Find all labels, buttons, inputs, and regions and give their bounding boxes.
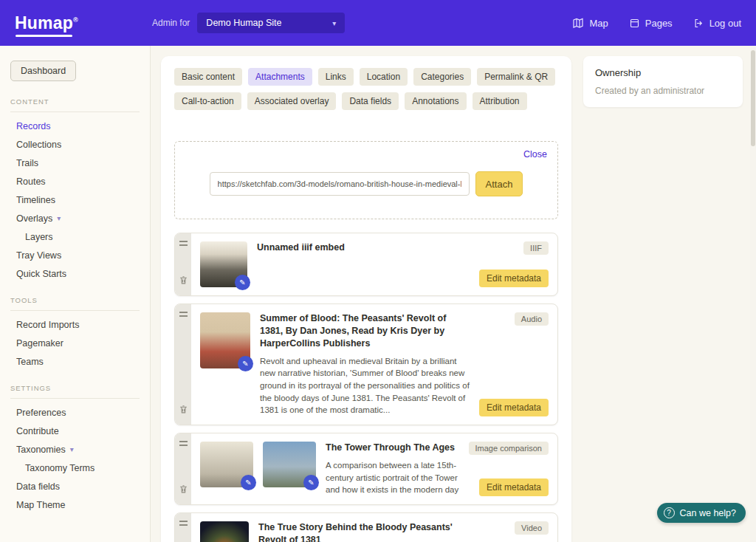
card-rail bbox=[175, 433, 191, 504]
scrollbar-track bbox=[750, 46, 756, 542]
chevron-down-icon: ▾ bbox=[57, 214, 61, 222]
sidebar-item-tray-views[interactable]: Tray Views bbox=[0, 246, 150, 264]
card-actions: Video Edit metadata bbox=[479, 521, 549, 542]
attachment-card: ✎ Unnamed iiif embed IIIF Edit metadata bbox=[174, 233, 558, 296]
nav-logout[interactable]: Log out bbox=[693, 18, 741, 29]
sidebar-item-map-theme[interactable]: Map Theme bbox=[0, 495, 150, 514]
sidebar-item-taxonomy-terms[interactable]: Taxonomy Terms bbox=[0, 459, 150, 477]
attach-button[interactable]: Attach bbox=[475, 171, 523, 196]
nav-logout-label: Log out bbox=[709, 18, 741, 29]
sidebar-item-contribute[interactable]: Contribute bbox=[0, 422, 150, 440]
tab-annotations[interactable]: Annotations bbox=[405, 92, 466, 110]
app-window: Humap® Admin for Demo Humap Site ▾ Map P… bbox=[0, 0, 756, 542]
edit-pencil-icon[interactable]: ✎ bbox=[238, 356, 253, 371]
scrollbar-thumb[interactable] bbox=[751, 50, 755, 146]
sidebar-item-trails[interactable]: Trails bbox=[0, 154, 150, 172]
sidebar-item-collections[interactable]: Collections bbox=[0, 135, 150, 154]
sidebar-item-routes[interactable]: Routes bbox=[0, 172, 150, 191]
card-body: ✎ Unnamed iiif embed IIIF Edit metadata bbox=[191, 233, 557, 295]
type-badge: IIIF bbox=[523, 241, 549, 255]
edit-metadata-button[interactable]: Edit metadata bbox=[479, 399, 549, 416]
nav-map[interactable]: Map bbox=[572, 17, 608, 29]
site-select-value: Demo Humap Site bbox=[206, 18, 281, 28]
sidebar-item-record-imports[interactable]: Record Imports bbox=[0, 315, 150, 334]
type-badge: Video bbox=[515, 521, 549, 535]
close-link[interactable]: Close bbox=[523, 149, 547, 159]
card-body: ✎ ✎ The Tower Through The Ages A compari… bbox=[191, 433, 557, 504]
attachment-thumbnail: ✎ bbox=[200, 442, 253, 487]
help-icon: ? bbox=[664, 507, 675, 518]
trash-icon[interactable] bbox=[179, 484, 188, 497]
sidebar-item-preferences[interactable]: Preferences bbox=[0, 403, 150, 422]
sidebar-item-layers[interactable]: Layers bbox=[0, 227, 150, 246]
tab-basic-content[interactable]: Basic content bbox=[174, 68, 242, 86]
nav-pages[interactable]: Pages bbox=[629, 18, 673, 29]
card-actions: Audio Edit metadata bbox=[479, 312, 549, 416]
sidebar-section-tools: TOOLS bbox=[10, 296, 140, 311]
trash-icon[interactable] bbox=[179, 404, 188, 417]
sidebar-item-timelines[interactable]: Timelines bbox=[0, 191, 150, 209]
card-text: Summer of Blood: The Peasants' Revolt of… bbox=[260, 312, 470, 416]
content-area: Basic content Attachments Links Location… bbox=[151, 46, 756, 542]
tab-attachments[interactable]: Attachments bbox=[248, 68, 312, 86]
drag-handle-icon[interactable] bbox=[179, 241, 188, 246]
sidebar-item-dashboard[interactable]: Dashboard bbox=[10, 61, 76, 81]
sidebar-item-quick-starts[interactable]: Quick Starts bbox=[0, 264, 150, 283]
card-text: The True Story Behind the Bloody Peasant… bbox=[258, 521, 470, 542]
drag-handle-icon[interactable] bbox=[179, 441, 188, 446]
attachment-thumbnail: ✎ bbox=[200, 521, 249, 542]
card-actions: IIIF Edit metadata bbox=[479, 241, 549, 287]
attach-url-panel: Close Attach bbox=[174, 141, 558, 219]
admin-for-label: Admin for bbox=[152, 18, 190, 28]
tab-associated-overlay[interactable]: Associated overlay bbox=[247, 92, 337, 110]
sidebar-section-content: CONTENT bbox=[10, 97, 140, 112]
tab-links[interactable]: Links bbox=[318, 68, 354, 86]
site-select-dropdown[interactable]: Demo Humap Site ▾ bbox=[197, 13, 345, 33]
sidebar-item-teams[interactable]: Teams bbox=[0, 352, 150, 371]
edit-metadata-button[interactable]: Edit metadata bbox=[479, 270, 549, 287]
tab-location[interactable]: Location bbox=[360, 68, 408, 86]
sidebar-item-data-fields[interactable]: Data fields bbox=[0, 477, 150, 495]
header-nav: Map Pages Log out bbox=[572, 17, 741, 29]
attachment-thumbnail: ✎ bbox=[200, 241, 247, 287]
edit-pencil-icon[interactable]: ✎ bbox=[235, 275, 250, 290]
record-edit-card: Basic content Attachments Links Location… bbox=[161, 56, 571, 542]
sidebar-item-pagemaker[interactable]: Pagemaker bbox=[0, 334, 150, 352]
card-rail bbox=[175, 233, 191, 295]
attachment-title: The Tower Through The Ages bbox=[326, 442, 459, 454]
edit-metadata-button[interactable]: Edit metadata bbox=[479, 478, 549, 496]
drag-handle-icon[interactable] bbox=[179, 521, 188, 526]
trash-icon[interactable] bbox=[179, 275, 188, 288]
tab-attribution[interactable]: Attribution bbox=[472, 92, 527, 110]
edit-pencil-icon[interactable]: ✎ bbox=[241, 475, 256, 490]
nav-map-label: Map bbox=[589, 18, 608, 29]
attachment-thumbnail: ✎ bbox=[200, 312, 250, 368]
logout-icon bbox=[693, 18, 704, 29]
help-button[interactable]: ? Can we help? bbox=[657, 503, 746, 523]
sidebar-item-overlays[interactable]: Overlays▾ bbox=[0, 209, 150, 227]
drag-handle-icon[interactable] bbox=[179, 312, 188, 317]
tab-permalink-qr[interactable]: Permalink & QR bbox=[477, 68, 555, 86]
attachment-url-input[interactable] bbox=[210, 172, 470, 196]
tab-data-fields[interactable]: Data fields bbox=[342, 92, 399, 110]
card-text: The Tower Through The Ages A comparison … bbox=[326, 442, 459, 496]
attachment-title: The True Story Behind the Bloody Peasant… bbox=[258, 521, 470, 542]
type-badge: Image comparison bbox=[469, 442, 549, 455]
attachment-card: ✎ Summer of Blood: The Peasants' Revolt … bbox=[174, 303, 558, 425]
card-body: ✎ The True Story Behind the Bloody Peasa… bbox=[191, 513, 557, 542]
tab-categories[interactable]: Categories bbox=[413, 68, 471, 86]
pages-icon bbox=[629, 18, 640, 29]
edit-pencil-icon[interactable]: ✎ bbox=[303, 475, 319, 490]
humap-logo[interactable]: Humap® bbox=[15, 13, 78, 33]
attachment-card: ✎ The True Story Behind the Bloody Peasa… bbox=[174, 512, 558, 542]
ownership-subtitle: Created by an administrator bbox=[595, 86, 731, 96]
chevron-down-icon: ▾ bbox=[70, 445, 74, 453]
attachment-description: Revolt and upheaval in medieval Britain … bbox=[260, 355, 470, 416]
card-body: ✎ Summer of Blood: The Peasants' Revolt … bbox=[191, 304, 557, 425]
card-rail bbox=[175, 513, 191, 542]
sidebar-item-records[interactable]: Records bbox=[0, 117, 150, 135]
brand-area: Humap® bbox=[15, 13, 152, 33]
card-actions: Image comparison Edit metadata bbox=[469, 442, 549, 496]
sidebar-item-taxonomies[interactable]: Taxonomies▾ bbox=[0, 440, 150, 459]
tab-call-to-action[interactable]: Call-to-action bbox=[174, 92, 241, 110]
